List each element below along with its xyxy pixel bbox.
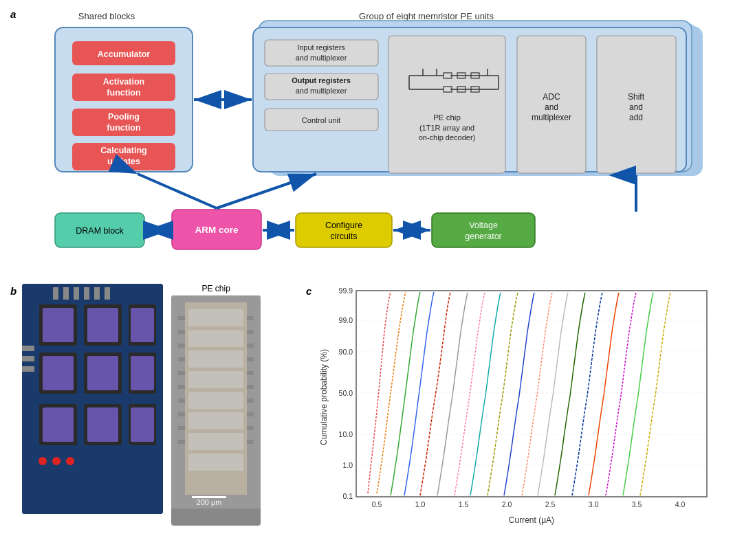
svg-text:(1T1R array and: (1T1R array and [419,124,474,132]
part-a-section: a Shared blocks Group of eight memristor… [10,7,734,275]
svg-text:99.0: 99.0 [339,316,353,324]
svg-text:function: function [107,88,140,98]
svg-rect-129 [178,426,185,430]
svg-text:99.9: 99.9 [339,287,353,295]
svg-text:Current (μA): Current (μA) [509,515,554,525]
svg-rect-118 [247,344,254,348]
svg-rect-90 [131,407,154,442]
svg-rect-74 [43,308,74,342]
svg-text:200 μm: 200 μm [197,498,222,506]
svg-rect-96 [74,287,79,300]
svg-rect-109 [188,392,243,409]
svg-line-69 [138,174,217,208]
svg-text:updates: updates [107,157,140,166]
group-title: Group of eight memristor PE units [359,11,494,21]
svg-text:50.0: 50.0 [339,389,353,397]
svg-text:add: add [629,113,643,122]
svg-rect-99 [105,287,110,300]
svg-text:Configure: Configure [325,221,362,230]
svg-text:1.5: 1.5 [459,500,469,508]
svg-text:4.0: 4.0 [675,500,686,508]
svg-text:Calculating: Calculating [100,146,146,155]
svg-rect-94 [53,287,58,300]
svg-rect-113 [178,316,185,320]
svg-rect-82 [87,356,118,390]
svg-rect-117 [178,344,185,348]
svg-text:generator: generator [465,232,502,241]
svg-rect-60 [296,213,392,247]
svg-text:and multiplexer: and multiplexer [296,87,347,95]
svg-text:Input registers: Input registers [297,43,345,52]
svg-rect-131 [178,440,185,444]
svg-text:0.5: 0.5 [372,500,382,508]
svg-rect-106 [188,330,243,347]
svg-point-92 [52,457,61,465]
pe-chip-section: PE chip [171,284,261,526]
svg-rect-132 [247,440,254,444]
svg-text:and multiplexer: and multiplexer [296,54,347,62]
svg-text:function: function [107,123,140,133]
svg-text:ARM core: ARM core [195,225,239,235]
chip-photo: 200 μm [171,295,261,526]
svg-text:Pooling: Pooling [108,112,140,122]
svg-text:10.0: 10.0 [339,430,353,438]
panel-c-label: c [306,285,311,297]
circuit-board-photo [22,284,163,514]
main-container: a Shared blocks Group of eight memristor… [0,0,744,560]
svg-rect-125 [178,399,185,403]
svg-rect-122 [247,371,254,375]
svg-rect-120 [247,357,254,361]
svg-text:PE chip: PE chip [433,113,461,122]
svg-text:3.0: 3.0 [589,500,599,508]
svg-text:3.5: 3.5 [632,500,642,508]
svg-text:1.0: 1.0 [415,500,426,508]
svg-rect-130 [247,426,254,430]
svg-rect-63 [432,213,535,247]
svg-text:DRAM block: DRAM block [76,226,124,236]
svg-text:0.1: 0.1 [342,492,353,500]
svg-rect-86 [43,407,74,442]
svg-text:and: and [545,102,558,112]
svg-rect-110 [188,412,243,429]
svg-rect-88 [87,407,118,442]
svg-rect-95 [63,287,69,300]
svg-rect-114 [247,316,254,320]
svg-rect-124 [247,385,254,389]
svg-rect-76 [87,308,118,342]
svg-rect-102 [22,366,34,372]
svg-text:ADC: ADC [543,92,560,102]
svg-text:1.0: 1.0 [342,461,353,469]
chart-svg: Cumulative probability (%) Current (μA) … [318,284,717,528]
svg-text:circuits: circuits [331,232,358,241]
svg-text:2.0: 2.0 [502,500,512,508]
svg-rect-78 [131,308,154,342]
bottom-section: b [10,280,734,535]
svg-rect-107 [188,350,243,368]
svg-rect-80 [43,356,74,390]
svg-text:Accumulator: Accumulator [98,49,151,59]
svg-rect-101 [22,356,34,361]
svg-line-71 [217,174,316,208]
svg-text:Activation: Activation [103,77,144,87]
b-photos: PE chip [22,284,261,526]
svg-point-91 [39,457,47,465]
svg-rect-126 [247,399,254,403]
svg-rect-128 [247,412,254,416]
svg-rect-112 [188,453,243,471]
svg-point-93 [66,457,74,465]
diagram-svg: Shared blocks Group of eight memristor P… [28,7,744,271]
part-c-section: c Cumulative probability (%) Current (μA… [306,284,734,535]
svg-rect-29 [389,36,505,173]
shared-blocks-title: Shared blocks [78,11,135,21]
panel-b-label: b [10,285,17,297]
svg-rect-121 [178,371,185,375]
svg-text:90.0: 90.0 [339,348,353,356]
svg-rect-98 [94,287,100,300]
svg-rect-123 [178,385,185,389]
svg-rect-111 [188,433,243,450]
svg-rect-119 [178,357,185,361]
svg-rect-105 [188,309,243,326]
svg-rect-127 [178,412,185,416]
svg-rect-108 [188,371,243,388]
svg-rect-100 [22,346,34,351]
